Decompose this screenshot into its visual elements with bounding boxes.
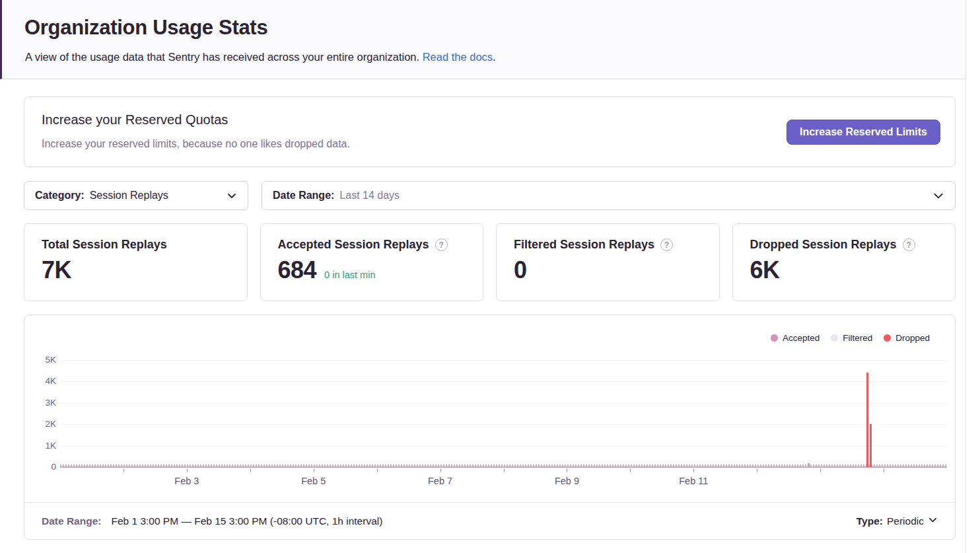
dropped-card-value: 6K [750, 256, 780, 284]
gridline [60, 360, 947, 361]
x-axis-tick [504, 468, 505, 472]
chevron-down-icon [932, 190, 944, 202]
type-select[interactable]: Type: Periodic [857, 515, 938, 527]
read-the-docs-link[interactable]: Read the docs [423, 51, 493, 63]
x-axis-label: Feb 5 [301, 476, 326, 486]
type-select-label: Type: [857, 515, 883, 527]
date-range-select[interactable]: Date Range: Last 14 days [262, 181, 956, 210]
x-axis-tick [377, 468, 378, 472]
subtitle-period: . [493, 51, 496, 63]
plot-area [60, 315, 947, 467]
score-cards-row: Total Session Replays 7K Accepted Sessio… [24, 223, 956, 301]
page-subtitle: A view of the usage data that Sentry has… [25, 51, 496, 63]
chevron-down-icon [227, 190, 237, 201]
page-header: Organization Usage Stats A view of the u… [0, 0, 965, 79]
accepted-card-title: Accepted Session Replays [278, 238, 429, 252]
date-range-select-value: Last 14 days [339, 190, 400, 202]
x-axis-label: Feb 7 [428, 476, 452, 486]
accepted-card-value: 684 [278, 256, 317, 284]
y-axis-label: 1K [31, 441, 56, 451]
accepted-card-trend: 0 in last min [324, 270, 375, 280]
date-range-select-label: Date Range: [273, 190, 334, 202]
x-axis-line [60, 466, 947, 468]
usage-chart-panel: AcceptedFilteredDropped 01K2K3K4K5KFeb 3… [24, 314, 956, 540]
x-axis-label: Feb 9 [555, 476, 579, 486]
accepted-card: Accepted Session Replays ? 684 0 in last… [260, 223, 484, 301]
dropped-card-title: Dropped Session Replays [750, 238, 897, 252]
x-axis-tick [884, 468, 884, 472]
help-icon[interactable]: ? [660, 239, 673, 251]
increase-reserved-limits-button[interactable]: Increase Reserved Limits [787, 120, 940, 145]
accepted-bar [808, 463, 810, 467]
x-axis-tick [630, 468, 631, 472]
type-select-value: Periodic [887, 515, 924, 527]
gridline [60, 381, 947, 382]
scrollbar-track[interactable] [965, 0, 980, 553]
chart-footer-bar: Date Range: Feb 1 3:00 PM — Feb 15 3:00 … [24, 502, 955, 539]
x-axis-tick [187, 468, 188, 472]
x-axis-label: Feb 3 [174, 476, 199, 486]
category-select-label: Category: [35, 190, 85, 202]
reserved-quota-card: Increase your Reserved Quotas Increase y… [24, 96, 956, 167]
y-axis-label: 3K [31, 398, 56, 408]
filtered-card-title: Filtered Session Replays [514, 238, 654, 252]
page-title: Organization Usage Stats [24, 16, 267, 40]
x-axis-tick [693, 468, 694, 472]
gridline [60, 446, 947, 447]
gridline [60, 424, 947, 425]
dropped-card: Dropped Session Replays ? 6K [732, 223, 956, 301]
x-axis-tick [250, 468, 251, 472]
x-axis-tick [123, 468, 124, 472]
footer-date-range-label: Date Range: [42, 515, 101, 527]
category-select-value: Session Replays [90, 190, 168, 202]
total-card-title: Total Session Replays [42, 238, 167, 252]
filtered-card: Filtered Session Replays ? 0 [496, 223, 720, 301]
y-axis-label: 0 [31, 462, 56, 472]
gridline [60, 403, 947, 404]
help-icon[interactable]: ? [435, 239, 448, 251]
footer-date-range-value: Feb 1 3:00 PM — Feb 15 3:00 PM (-08:00 U… [111, 515, 382, 527]
dropped-bar [870, 424, 872, 467]
y-axis-label: 2K [31, 419, 56, 429]
x-axis-tick [757, 468, 757, 472]
usage-chart: AcceptedFilteredDropped 01K2K3K4K5KFeb 3… [24, 315, 955, 502]
help-icon[interactable]: ? [903, 239, 915, 251]
x-axis-tick [440, 468, 441, 472]
quota-card-subtitle: Increase your reserved limits, because n… [42, 138, 350, 150]
category-select[interactable]: Category: Session Replays [24, 181, 248, 210]
filtered-card-value: 0 [514, 256, 527, 284]
chevron-down-icon [928, 515, 938, 527]
x-axis-tick [314, 468, 314, 472]
y-axis-label: 4K [31, 376, 56, 386]
y-axis-label: 5K [31, 355, 56, 365]
x-axis-tick [567, 468, 567, 472]
x-axis-tick [820, 468, 821, 472]
dropped-bar [866, 373, 868, 467]
total-card: Total Session Replays 7K [24, 223, 248, 301]
quota-card-title: Increase your Reserved Quotas [42, 112, 228, 128]
total-card-value: 7K [42, 256, 71, 284]
x-axis-label: Feb 11 [679, 476, 708, 486]
subtitle-text: A view of the usage data that Sentry has… [25, 51, 419, 63]
